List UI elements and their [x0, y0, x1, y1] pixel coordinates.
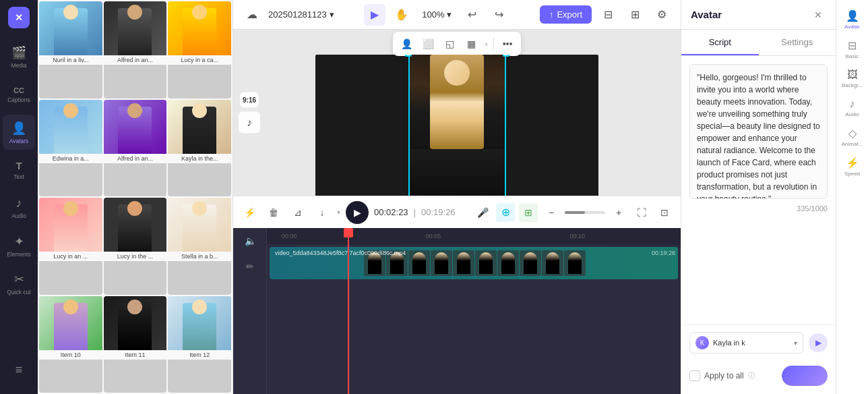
- export-button[interactable]: ↑ Export: [540, 5, 592, 24]
- split-view-button[interactable]: ⊞: [624, 4, 646, 26]
- sidebar-item-avatars[interactable]: 👤 Avatars: [3, 115, 35, 150]
- list-item[interactable]: Edwina in a...: [39, 100, 102, 197]
- select-tool-button[interactable]: ▶: [364, 4, 385, 26]
- track-thumbnail: [408, 250, 430, 276]
- tab-script[interactable]: Script: [681, 30, 759, 55]
- redo-button[interactable]: ↪: [488, 4, 509, 26]
- nav-sidebar: ✕ 🎬 Media CC Captions 👤 Avatars T Text ♪…: [0, 0, 38, 394]
- track-thumbnail: [475, 250, 497, 276]
- sidebar-item-media[interactable]: 🎬 Media: [3, 39, 35, 74]
- zoom-slider[interactable]: [565, 211, 605, 214]
- list-item[interactable]: Lucy in an ...: [39, 198, 102, 295]
- zoom-in-button[interactable]: +: [609, 203, 628, 222]
- volume-button[interactable]: 🔈: [233, 228, 267, 254]
- play-button[interactable]: ▶: [346, 201, 369, 224]
- apply-label: Apply to all ⓘ: [689, 370, 755, 381]
- audio-icon: ♪: [16, 196, 22, 210]
- fit-button[interactable]: ⊡: [655, 203, 674, 222]
- list-item[interactable]: Item 10: [39, 296, 102, 393]
- toolbar-center: ▶ ✋ 100% ▾ ↩ ↪: [340, 4, 534, 26]
- align-button[interactable]: ⊞: [519, 203, 538, 222]
- sidebar-item-audio[interactable]: ♪ Audio: [3, 190, 35, 225]
- play-voice-button[interactable]: ▶: [809, 333, 828, 352]
- timeline-right-controls: 🎤 ⊕ ⊞ − + ⛶ ⊡: [473, 203, 674, 222]
- voice-avatar: K: [695, 336, 709, 349]
- sidebar-item-text[interactable]: T Text: [3, 152, 35, 188]
- top-toolbar: ☁ 202501281123 ▾ ▶ ✋ 100% ▾ ↩ ↪ ↑ Export…: [233, 0, 681, 30]
- panel-close-button[interactable]: ✕: [810, 7, 826, 23]
- panel-footer: K Kayla in k ▾ ▶: [681, 325, 836, 360]
- far-right-item-basic[interactable]: ⊟ Basic: [838, 35, 867, 63]
- cloud-save-button[interactable]: ☁: [241, 4, 263, 26]
- list-item[interactable]: Kayla in the...: [168, 100, 231, 197]
- list-item[interactable]: Alfred in an...: [104, 100, 167, 197]
- sidebar-item-quickcut[interactable]: ✂ Quick cut: [3, 266, 35, 301]
- generate-button[interactable]: [782, 366, 828, 386]
- delete-button[interactable]: 🗑: [264, 203, 283, 222]
- script-textarea[interactable]: [689, 64, 828, 199]
- layout-tool-button[interactable]: ▦: [462, 34, 480, 53]
- trim-button[interactable]: ⊿: [288, 203, 307, 222]
- list-item[interactable]: Item 12: [168, 296, 231, 393]
- far-right-item-background[interactable]: 🖼 Backgr...: [838, 65, 867, 92]
- microphone-button[interactable]: 🎤: [473, 203, 492, 222]
- timeline-controls: ⚡ 🗑 ⊿ ↓ ▾ ▶ 00:02:23 | 00:19:26 🎤 ⊕ ⊞ − …: [233, 196, 681, 228]
- edit-clip-button[interactable]: ✏: [233, 254, 267, 279]
- avatar-panel-icon: 👤: [846, 9, 859, 22]
- settings-button[interactable]: ⚙: [651, 4, 673, 26]
- far-right-item-audio[interactable]: ♪ Audio: [838, 94, 867, 121]
- video-clip[interactable]: video_5dda843348Je5f8c7I7acf0c090dI86c.m…: [270, 247, 678, 279]
- playhead-head: [344, 228, 353, 237]
- panel-tabs: Script Settings: [681, 30, 836, 56]
- sidebar-item-subtitles[interactable]: ≡: [3, 352, 35, 387]
- layout-button[interactable]: ⊟: [597, 4, 619, 26]
- sidebar-item-elements[interactable]: ✦ Elements: [3, 228, 35, 263]
- list-item[interactable]: Lucy in a ca...: [168, 1, 231, 98]
- apply-row: Apply to all ⓘ: [681, 360, 836, 394]
- clip-filename: video_5dda843348Je5f8c7I7acf0c090dI86c.m…: [275, 250, 406, 256]
- apply-checkbox[interactable]: [689, 370, 700, 381]
- playhead[interactable]: [348, 228, 349, 394]
- list-item[interactable]: Lucy in the ...: [104, 198, 167, 295]
- avatar-tool-button[interactable]: 👤: [397, 34, 416, 53]
- selected-clip[interactable]: [408, 55, 506, 196]
- list-item[interactable]: Item 11: [104, 296, 167, 393]
- crop-tool-button[interactable]: ◱: [440, 34, 459, 53]
- ruler-mark-2: 00:10: [570, 233, 586, 240]
- format-panel: 9:16 ♪: [239, 92, 260, 134]
- far-right-item-animate[interactable]: ◇ Animat...: [838, 123, 867, 151]
- sync-button[interactable]: ⊕: [496, 203, 515, 222]
- canvas-toolbar: 👤 ⬜ ◱ ▦ ▾ •••: [393, 32, 521, 56]
- split-clip-button[interactable]: ⚡: [240, 203, 259, 222]
- tiktok-format-button[interactable]: ♪: [239, 112, 260, 134]
- resize-handle-tr[interactable]: [503, 55, 509, 57]
- basic-icon: ⊟: [848, 39, 857, 52]
- more-options-button[interactable]: •••: [498, 34, 517, 53]
- list-item[interactable]: Stella in a b...: [168, 198, 231, 295]
- zoom-control[interactable]: 100% ▾: [418, 7, 456, 22]
- undo-button[interactable]: ↩: [461, 4, 483, 26]
- list-item[interactable]: Alfred in an...: [104, 1, 167, 98]
- sidebar-item-captions[interactable]: CC Captions: [3, 77, 35, 112]
- avatar-video: [408, 55, 506, 196]
- far-right-item-avatar[interactable]: 👤 Avatar: [838, 5, 867, 34]
- captions-icon: CC: [13, 86, 24, 94]
- tab-settings[interactable]: Settings: [759, 30, 836, 55]
- fullscreen-button[interactable]: ⛶: [632, 203, 651, 222]
- speed-icon: ⚡: [846, 157, 859, 169]
- project-name[interactable]: 202501281123 ▾: [268, 9, 334, 20]
- export-icon: ↑: [549, 9, 554, 20]
- far-right-item-speed[interactable]: ⚡ Speed: [838, 152, 867, 181]
- ruler-marks: 00:00 00:05 00:10: [274, 228, 674, 244]
- export-clip-button[interactable]: ↓: [313, 203, 332, 222]
- elements-icon: ✦: [14, 234, 24, 249]
- voice-selector[interactable]: K Kayla in k ▾: [689, 332, 803, 354]
- zoom-out-button[interactable]: −: [542, 203, 561, 222]
- media-grid: Nuril in a liv... Alfred in an... Lucy i…: [38, 0, 232, 394]
- frame-tool-button[interactable]: ⬜: [418, 34, 437, 53]
- hand-tool-button[interactable]: ✋: [391, 4, 412, 26]
- resize-handle-tl[interactable]: [405, 55, 412, 57]
- list-item[interactable]: Nuril in a liv...: [39, 1, 102, 98]
- ruler-mark-0: 00:00: [282, 233, 297, 240]
- aspect-ratio-selector[interactable]: 9:16: [240, 92, 259, 108]
